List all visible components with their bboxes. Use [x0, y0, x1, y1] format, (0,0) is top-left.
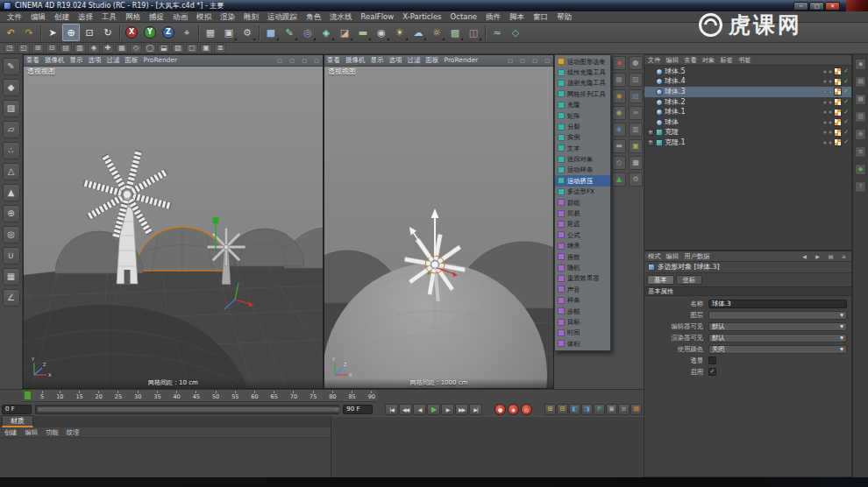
goto-start-button[interactable]: |◀	[385, 404, 398, 415]
mograph-item-20[interactable]: 随机	[555, 262, 610, 272]
viewport-layout-toggle-icon[interactable]: ▢	[519, 57, 526, 64]
dock-browser-icon[interactable]: ▦	[855, 94, 866, 105]
material-menu-3[interactable]: 功能	[46, 429, 59, 435]
object-manager-menu-6[interactable]: 书签	[738, 57, 751, 63]
end-frame-field[interactable]: 90 F	[343, 405, 373, 414]
points-mode-icon[interactable]: ∴	[3, 142, 20, 159]
render-visibility-dot[interactable]	[829, 110, 832, 114]
viewport-menu-5[interactable]: 过滤	[408, 57, 421, 64]
pla-key-toggle[interactable]: P	[594, 404, 605, 415]
viewport-menu-2[interactable]: 摄像机	[45, 57, 65, 64]
add-deformer-icon[interactable]: ◪	[336, 24, 353, 41]
texture-dock-icon[interactable]: ▦	[612, 73, 626, 87]
range-slider-handle[interactable]	[37, 406, 340, 413]
viewport-menu-3[interactable]: 显示	[371, 57, 384, 64]
editor-visibility-dot[interactable]	[823, 131, 827, 134]
grid-toggle-icon[interactable]: ⊟	[46, 44, 58, 53]
redo-icon[interactable]: ↷	[20, 24, 38, 41]
timeline-dock-icon[interactable]: ▬	[612, 139, 626, 153]
motion-system-button[interactable]: ▤	[630, 404, 642, 415]
object-manager-menu-1[interactable]: 文件	[648, 57, 661, 63]
goto-end-button[interactable]: ▶|	[469, 404, 482, 415]
viewport-layout-toggle-icon[interactable]: ▢	[276, 57, 283, 64]
viewport-menu-6[interactable]: 面板	[426, 57, 439, 64]
render-picture-viewer-icon[interactable]: ▣	[220, 24, 238, 41]
dock-coordinates-icon[interactable]: ⊕	[855, 129, 866, 140]
menu-item-2[interactable]: 编辑	[26, 12, 50, 22]
viewport-solo-icon[interactable]: ◎	[3, 226, 20, 244]
viewport-left-label[interactable]: 透视视图	[27, 68, 55, 75]
uv-tag-icon[interactable]	[834, 109, 842, 116]
snap-settings-icon[interactable]: ⊞	[32, 44, 44, 53]
uv-tag-icon[interactable]	[834, 138, 842, 146]
menu-item-9[interactable]: 模拟	[192, 12, 216, 22]
mograph-item-9[interactable]: 文本	[555, 143, 610, 153]
render-queue-icon[interactable]: ▪	[612, 56, 626, 70]
start-frame-field[interactable]: 0 F	[2, 405, 32, 414]
object-manager-menu-2[interactable]: 编辑	[666, 57, 679, 63]
viewport-menu-prorender[interactable]: ProRender	[144, 57, 178, 64]
mograph-item-11[interactable]: 运动样条	[555, 165, 610, 175]
editor-visibility-dot[interactable]	[823, 121, 827, 124]
make-editable-icon[interactable]: ✎	[3, 58, 20, 75]
timeline-ruler[interactable]: 051015202530354045505560657075808590	[23, 390, 377, 402]
render-visibility-dot[interactable]	[829, 101, 832, 104]
render-view-icon[interactable]: ▦	[202, 24, 219, 41]
viewport-menu-1[interactable]: 查看	[26, 57, 39, 64]
script-dock-icon[interactable]: ≡	[629, 106, 643, 120]
mograph-item-2[interactable]: 线性克隆工具	[555, 67, 610, 77]
object-row[interactable]: 球体.5✓	[644, 67, 851, 77]
viewport-menu-prorender[interactable]: ProRender	[445, 57, 479, 64]
parameter-key-toggle[interactable]: ◨	[581, 404, 593, 415]
snapshot-dock-icon[interactable]: ◉	[612, 106, 626, 120]
add-field-icon[interactable]: ◫	[465, 24, 482, 41]
isoline-icon[interactable]: ▥	[74, 44, 86, 53]
x-axis-lock-icon[interactable]: X	[123, 24, 140, 41]
attribute-select-2[interactable]: ▾	[708, 311, 847, 320]
move-tool-icon[interactable]: ⊕	[62, 24, 80, 41]
name-input[interactable]: 球体.3	[708, 300, 847, 308]
render-visibility-dot[interactable]	[829, 90, 832, 94]
viewport-menu-2[interactable]: 摄像机	[345, 57, 366, 64]
menu-item-12[interactable]: 运动跟踪	[263, 12, 302, 22]
nav-forward-icon[interactable]: ▶	[814, 252, 822, 260]
attribute-checkbox-7[interactable]: ✓	[708, 368, 716, 376]
viewport-left-scene[interactable]: X Y Z 透视视图 网格间距：10 cm	[24, 67, 323, 388]
object-manager-menu-4[interactable]: 对象	[702, 57, 715, 63]
editor-visibility-dot[interactable]	[823, 101, 827, 104]
rotate-tool-icon[interactable]: ↻	[99, 24, 117, 41]
scale-tool-icon[interactable]: ⊡	[81, 24, 98, 41]
viewport-right-scene[interactable]: X Y Z 透视视图 网格间距：1000 cm	[324, 67, 553, 388]
viewport-left[interactable]: 查看摄像机显示选项过滤面板ProRender▢▢▢▢	[23, 54, 324, 389]
attribute-tab-2[interactable]: 坐标	[676, 275, 703, 285]
menu-item-4[interactable]: 选择	[74, 12, 97, 22]
material-dock-icon[interactable]: ●	[629, 56, 643, 70]
viewport-layout-toggle-icon[interactable]: ▢	[288, 57, 295, 64]
plugin-dock-icon[interactable]: ▲	[612, 173, 626, 187]
expand-icon[interactable]: +	[647, 139, 654, 146]
coordinate-system-icon[interactable]: ⌖	[178, 24, 196, 41]
mograph-item-14[interactable]: 群组	[555, 197, 610, 208]
viewport-layout-icon[interactable]: ◱	[18, 44, 30, 53]
mograph-item-13[interactable]: 多边形FX	[555, 187, 610, 197]
object-row[interactable]: +克隆✓	[644, 128, 851, 138]
nav-back-icon[interactable]: ◀	[800, 252, 808, 260]
object-manager-menu-3[interactable]: 查看	[684, 57, 697, 63]
dock-console-icon[interactable]: ≡	[855, 146, 866, 158]
add-cube-icon[interactable]: ■	[262, 24, 280, 41]
render-visibility-dot[interactable]	[829, 141, 832, 145]
attribute-menu-3[interactable]: 用户数据	[684, 253, 709, 259]
xpresso-dock-icon[interactable]: ◈	[612, 123, 626, 137]
render-visibility-dot[interactable]	[829, 70, 832, 74]
viewport-layout-toggle-icon[interactable]: ▢	[531, 57, 538, 64]
object-row[interactable]: 球体.1✓	[644, 107, 851, 117]
uv-tag-icon[interactable]	[834, 98, 842, 106]
attribute-tab-1[interactable]: 基本	[647, 275, 674, 285]
menu-item-18[interactable]: 插件	[481, 12, 505, 22]
viewport-menu-1[interactable]: 查看	[327, 57, 340, 64]
uv-tag-icon[interactable]	[834, 78, 842, 86]
attribute-menu-2[interactable]: 编辑	[666, 253, 679, 259]
mograph-item-21[interactable]: 重置效果器	[555, 273, 610, 284]
object-manager-menu-5[interactable]: 标签	[720, 57, 733, 63]
menu-item-13[interactable]: 角色	[302, 12, 325, 22]
